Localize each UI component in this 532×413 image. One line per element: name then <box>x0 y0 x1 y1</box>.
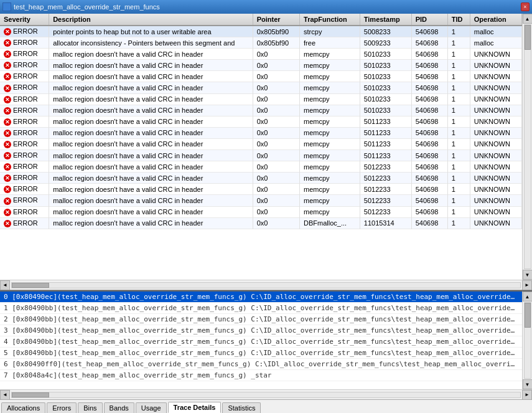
trace-hscroll-track[interactable] <box>11 392 521 398</box>
hscroll-thumb[interactable] <box>12 283 49 288</box>
col-timestamp[interactable]: Timestamp <box>360 14 411 26</box>
timestamp-cell: 5011233 <box>360 116 411 127</box>
table-row[interactable]: ✕ERRORmalloc region doesn't have a valid… <box>0 150 522 161</box>
pid-cell: 540698 <box>411 116 447 127</box>
table-row[interactable]: ✕ERRORmalloc region doesn't have a valid… <box>0 206 522 217</box>
table-hscrollbar[interactable]: ◄ ► <box>0 280 532 290</box>
severity-text: ERROR <box>13 61 38 69</box>
table-row[interactable]: ✕ERRORmalloc region doesn't have a valid… <box>0 195 522 206</box>
trace-item[interactable]: 5 [0x80490bb](test_heap_mem_alloc_overri… <box>0 348 522 359</box>
trace-item[interactable]: 4 [0x80490bb](test_heap_mem_alloc_overri… <box>0 336 522 348</box>
table-vscrollbar[interactable]: ▲ ▼ <box>522 14 532 280</box>
severity-cell: ✕ERROR <box>0 173 49 184</box>
operation-cell: UNKNOWN <box>470 161 521 173</box>
trace-item[interactable]: 6 [0x80490ff0](test_heap_mem_alloc_overr… <box>0 359 522 370</box>
hscroll-track[interactable] <box>11 282 521 288</box>
table-row[interactable]: ✕ERRORmalloc region doesn't have a valid… <box>0 161 522 173</box>
severity-text: ERROR <box>13 95 38 103</box>
hscroll-right-button[interactable]: ► <box>522 280 532 290</box>
trace-vscrollbar[interactable]: ▲ ▼ <box>522 292 532 389</box>
pid-cell: 540698 <box>411 206 447 217</box>
operation-cell: malloc <box>470 26 521 37</box>
table-row[interactable]: ✕ERRORmalloc region doesn't have a valid… <box>0 71 522 82</box>
trace-scroll[interactable]: 0 [0x80490ec](test_heap_mem_alloc_overri… <box>0 292 522 389</box>
col-description[interactable]: Description <box>49 14 253 26</box>
col-severity[interactable]: Severity <box>0 14 49 26</box>
trace-hscrollbar[interactable]: ◄ ► <box>0 389 532 399</box>
hscroll-left-button[interactable]: ◄ <box>0 280 10 290</box>
trap-cell: memcpy <box>300 127 360 138</box>
table-row[interactable]: ✕ERRORmalloc region doesn't have a valid… <box>0 116 522 127</box>
window-icon <box>2 2 11 11</box>
description-cell: malloc region doesn't have a valid CRC i… <box>49 217 253 229</box>
col-pid[interactable]: PID <box>411 14 447 26</box>
tab-usage[interactable]: Usage <box>136 402 167 413</box>
col-operation[interactable]: Operation <box>470 14 521 26</box>
trace-item[interactable]: 2 [0x80490bb](test_heap_mem_alloc_overri… <box>0 314 522 325</box>
severity-text: ERROR <box>13 219 38 227</box>
trace-item[interactable]: 1 [0x80490bb](test_heap_mem_alloc_overri… <box>0 303 522 314</box>
error-icon: ✕ <box>4 85 11 92</box>
close-button[interactable]: × <box>521 2 530 11</box>
pointer-cell: 0x805bf90 <box>253 26 299 37</box>
table-row[interactable]: ✕ERRORmalloc region doesn't have a valid… <box>0 127 522 138</box>
table-row[interactable]: ✕ERRORallocator inconsistency - Pointers… <box>0 37 522 49</box>
severity-text: ERROR <box>13 174 38 181</box>
timestamp-cell: 5012233 <box>360 173 411 184</box>
vscroll-up-button[interactable]: ▲ <box>523 14 533 24</box>
severity-text: ERROR <box>13 72 38 80</box>
vscroll-down-button[interactable]: ▼ <box>523 270 533 280</box>
table-row[interactable]: ✕ERRORmalloc region doesn't have a valid… <box>0 105 522 116</box>
trace-item[interactable]: 0 [0x80490ec](test_heap_mem_alloc_overri… <box>0 292 522 303</box>
pointer-cell: 0x0 <box>253 184 299 195</box>
trace-item[interactable]: 3 [0x80490bb](test_heap_mem_alloc_overri… <box>0 325 522 336</box>
tab-allocations[interactable]: Allocations <box>1 402 45 413</box>
description-cell: malloc region doesn't have a valid CRC i… <box>49 116 253 127</box>
trap-cell: memcpy <box>300 195 360 206</box>
operation-cell: UNKNOWN <box>470 217 521 229</box>
tab-trace-details[interactable]: Trace Details <box>168 402 222 413</box>
trace-vscroll-up[interactable]: ▲ <box>523 292 533 301</box>
error-icon: ✕ <box>4 186 11 193</box>
trap-cell: memcpy <box>300 173 360 184</box>
col-tid[interactable]: TID <box>447 14 470 26</box>
description-cell: allocator inconsistency - Pointers betwe… <box>49 37 253 49</box>
table-row[interactable]: ✕ERRORmalloc region doesn't have a valid… <box>0 93 522 105</box>
tab-errors[interactable]: Errors <box>47 402 77 413</box>
tab-bins[interactable]: Bins <box>78 402 102 413</box>
table-row[interactable]: ✕ERRORmalloc region doesn't have a valid… <box>0 82 522 93</box>
pid-cell: 540698 <box>411 127 447 138</box>
table-row[interactable]: ✕ERRORmalloc region doesn't have a valid… <box>0 184 522 195</box>
trace-hscroll-thumb[interactable] <box>12 392 49 397</box>
trace-hscroll-left[interactable]: ◄ <box>0 390 10 400</box>
col-pointer[interactable]: Pointer <box>253 14 299 26</box>
severity-text: ERROR <box>13 39 38 46</box>
tid-cell: 1 <box>447 217 470 229</box>
severity-cell: ✕ERROR <box>0 26 49 37</box>
vscroll-track[interactable] <box>524 24 531 269</box>
tab-bands[interactable]: Bands <box>104 402 134 413</box>
col-trapfunction[interactable]: TrapFunction <box>300 14 360 26</box>
severity-cell: ✕ERROR <box>0 195 49 206</box>
severity-text: ERROR <box>13 140 38 148</box>
table-scroll[interactable]: Severity Description Pointer TrapFunctio… <box>0 14 522 280</box>
table-row[interactable]: ✕ERRORmalloc region doesn't have a valid… <box>0 217 522 229</box>
table-row[interactable]: ✕ERRORmalloc region doesn't have a valid… <box>0 49 522 60</box>
table-row[interactable]: ✕ERRORpointer points to heap but not to … <box>0 26 522 37</box>
trace-vscroll-down[interactable]: ▼ <box>523 379 533 389</box>
trace-vscroll-thumb[interactable] <box>525 303 531 328</box>
tid-cell: 1 <box>447 161 470 173</box>
pid-cell: 540698 <box>411 138 447 150</box>
trace-vscroll-track[interactable] <box>524 302 531 379</box>
error-icon: ✕ <box>4 141 11 148</box>
timestamp-cell: 5011233 <box>360 138 411 150</box>
trace-item[interactable]: 7 [0x8048a4c](test_heap_mem_alloc_overri… <box>0 370 522 381</box>
table-row[interactable]: ✕ERRORmalloc region doesn't have a valid… <box>0 60 522 71</box>
trace-area: 0 [0x80490ec](test_heap_mem_alloc_overri… <box>0 290 532 399</box>
pointer-cell: 0x0 <box>253 71 299 82</box>
trace-hscroll-right[interactable]: ► <box>522 390 532 400</box>
table-row[interactable]: ✕ERRORmalloc region doesn't have a valid… <box>0 173 522 184</box>
tab-statistics[interactable]: Statistics <box>222 402 261 413</box>
vscroll-thumb[interactable] <box>525 25 531 50</box>
table-row[interactable]: ✕ERRORmalloc region doesn't have a valid… <box>0 138 522 150</box>
